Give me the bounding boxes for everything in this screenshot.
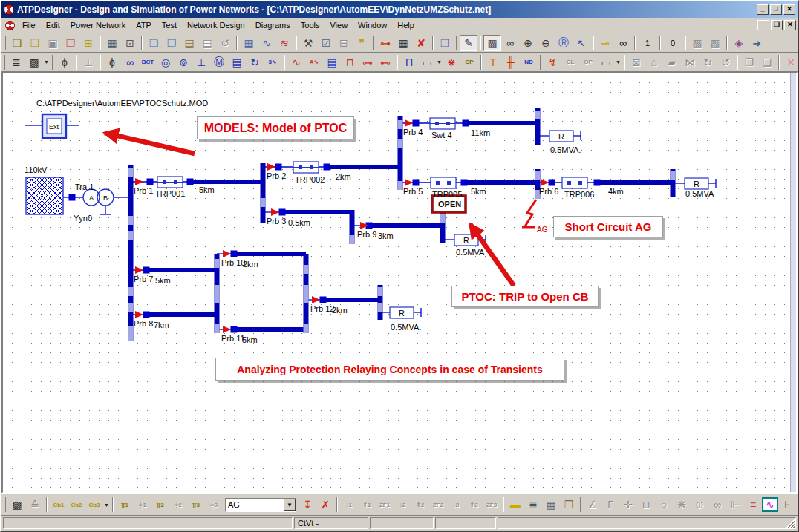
bitmap-export-icon[interactable]: ▦ (542, 496, 560, 513)
nd-node-icon[interactable]: ND (520, 54, 538, 70)
rotating-machine-icon[interactable]: ↻ (246, 54, 264, 70)
simulation-settings-icon[interactable]: ▦ (240, 35, 258, 51)
phase1-closed-icon[interactable]: ][1 (116, 496, 134, 513)
probe-arrow[interactable] (541, 179, 549, 186)
probe-arrow[interactable] (312, 296, 320, 303)
chevron-down-icon[interactable]: ▼ (436, 54, 443, 70)
close-button[interactable]: ✕ (783, 4, 795, 15)
mdi-minimize-button[interactable]: _ (757, 20, 769, 30)
plot-xy-icon[interactable]: ≋ (275, 35, 293, 51)
table-icon[interactable]: ▦ (394, 35, 412, 51)
harmonic-chart-icon[interactable]: ∿ (287, 54, 305, 70)
load-resistor[interactable]: R (549, 131, 573, 142)
menu-network-design[interactable]: Network Design (182, 19, 250, 32)
zoom-reset-icon[interactable]: Ⓡ (555, 35, 573, 51)
chevron-down-icon[interactable]: ▼ (284, 499, 296, 511)
apply-fault-icon[interactable]: ↧ (299, 496, 316, 513)
edge-partial-icon[interactable]: ⊦ (778, 496, 796, 513)
menu-power-network[interactable]: Power Network (65, 19, 131, 32)
voltmeter-icon[interactable]: ◎ (157, 54, 175, 70)
counter-field[interactable]: 0 (663, 36, 682, 50)
t-section-icon[interactable]: ⊓ (341, 54, 359, 70)
ac-source-icon[interactable]: ⊚ (175, 54, 192, 70)
busbar[interactable] (261, 163, 266, 223)
probe-arrow[interactable] (223, 326, 231, 333)
node-square[interactable] (413, 180, 420, 186)
transformer-icon[interactable]: ∞ (121, 54, 139, 70)
menu-tools[interactable]: Tools (296, 19, 325, 32)
cb2-icon[interactable]: Cb2 (68, 496, 85, 513)
maximize-button[interactable]: □ (770, 4, 782, 15)
delete-network-icon[interactable]: ✘ (412, 35, 430, 51)
node-square[interactable] (231, 251, 238, 257)
node-square[interactable] (279, 209, 286, 216)
select-pointer-icon[interactable]: ↖ (573, 35, 590, 51)
annotation-label[interactable]: Short Circuit AG (553, 216, 663, 237)
switch-Swt4[interactable] (430, 118, 455, 129)
coupling-left-icon[interactable]: ⊶ (359, 54, 376, 70)
menu-edit[interactable]: Edit (41, 19, 65, 32)
cp-line-icon[interactable]: CP (460, 54, 478, 70)
toolbar-grip[interactable] (4, 55, 5, 70)
network-tree-icon[interactable]: ⊞ (79, 35, 97, 51)
mdi-restore-button[interactable]: ❐ (771, 20, 783, 30)
busbar-icon[interactable]: ≣ (7, 54, 25, 70)
copy-view-icon[interactable]: ❒ (560, 496, 578, 513)
load-resistor[interactable]: R (390, 307, 414, 318)
probe-arrow[interactable] (405, 119, 413, 127)
page-number-field[interactable]: 1 (638, 36, 657, 50)
node-square[interactable] (324, 164, 330, 171)
node-square[interactable] (463, 120, 469, 127)
chevron-down-icon[interactable]: ▼ (615, 54, 622, 70)
ground-icon[interactable]: ⊥ (192, 54, 210, 70)
node-square[interactable] (143, 267, 150, 274)
minimize-button[interactable]: _ (757, 4, 769, 15)
transformer-tra1[interactable]: AB (83, 189, 114, 206)
node-square[interactable] (413, 120, 420, 127)
tools-icon[interactable]: ⚒ (299, 35, 317, 51)
ext-model-block[interactable]: Ext (42, 114, 66, 138)
grid-toggle-icon[interactable]: ▩ (483, 35, 501, 51)
shape-select-icon[interactable]: ▭ (418, 54, 436, 70)
mdi-close-button[interactable]: ✕ (784, 20, 796, 30)
pi-section-icon[interactable]: Π (400, 54, 418, 70)
load-resistor[interactable]: R (685, 178, 708, 189)
annotation-label[interactable]: PTOC: TRIP to Open CB (451, 286, 599, 307)
vertical-scrollbar[interactable] (790, 73, 796, 492)
phasor-icon[interactable]: A∿ (305, 54, 323, 70)
paste-icon[interactable]: ▤ (180, 35, 198, 51)
probe-arrow[interactable] (271, 208, 279, 216)
phase2-closed-icon[interactable]: ][2 (151, 496, 169, 513)
fault-type-select[interactable]: AG▼ (225, 498, 296, 512)
model-doc-icon[interactable]: ▤ (228, 54, 246, 70)
node-square[interactable] (549, 180, 555, 186)
toolbar-grip[interactable] (4, 36, 6, 50)
clear-fault-icon[interactable]: ✗ (316, 496, 334, 513)
copy-pages-icon[interactable]: ❐ (436, 35, 454, 51)
menu-diagrams[interactable]: Diagrams (250, 19, 296, 32)
schematic-canvas[interactable]: RRRR ABExtOPEN AGC:\ATPDesigner\AutomEEV… (3, 73, 790, 492)
node-square[interactable] (147, 179, 154, 185)
motor-icon[interactable]: Ⓜ (210, 54, 228, 70)
copy-icon[interactable]: ❐ (163, 35, 180, 51)
probe-arrow[interactable] (135, 266, 143, 274)
line-cross-icon[interactable]: ╫ (502, 54, 520, 70)
probe-arrow[interactable] (135, 178, 143, 185)
probe-arrow[interactable] (267, 163, 275, 171)
node-pin-icon[interactable]: ϕ (103, 54, 121, 70)
short-circuit-lightning-icon[interactable] (522, 200, 536, 227)
menu-atp[interactable]: ATP (131, 19, 157, 32)
print-icon[interactable]: ▦ (103, 35, 121, 51)
annotation-label[interactable]: MODELS: Model of PTOC (197, 116, 354, 139)
relay-TRP001[interactable] (157, 177, 183, 188)
print-preview-icon[interactable]: ⊡ (121, 35, 139, 51)
switch-trip-icon[interactable]: ↯ (544, 54, 561, 70)
fault-marker-icon[interactable]: ▬ (506, 496, 524, 513)
source-110kv[interactable] (26, 177, 63, 214)
binoculars-find-icon[interactable]: ∞ (614, 35, 632, 51)
region-fill-icon[interactable]: ▩ (8, 496, 26, 513)
view-glasses-icon[interactable]: ∞ (501, 35, 519, 51)
waveform-viewer-icon[interactable]: ∿ (762, 497, 778, 512)
relay-TRP005[interactable] (431, 177, 456, 188)
annotation-label[interactable]: Analyzing Protection Relaying Concepts i… (215, 358, 564, 381)
